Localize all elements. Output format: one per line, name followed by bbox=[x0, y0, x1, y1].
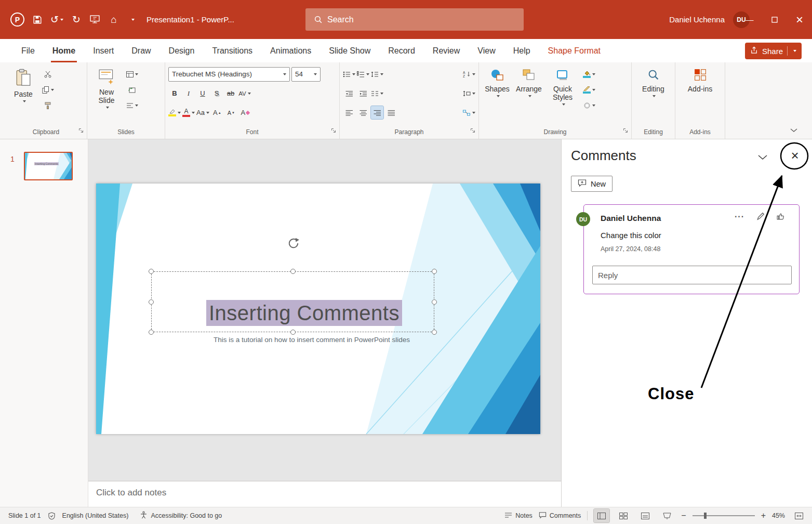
slide-layout-button[interactable] bbox=[126, 68, 138, 81]
paragraph-dialog-launcher[interactable] bbox=[470, 126, 476, 136]
grow-font-button[interactable]: A▲ bbox=[211, 106, 223, 119]
addins-button[interactable]: Add-ins bbox=[683, 64, 717, 125]
justify-button[interactable] bbox=[385, 106, 397, 119]
tab-record[interactable]: Record bbox=[379, 39, 424, 62]
text-shadow-button[interactable]: S bbox=[210, 87, 223, 100]
align-right-button[interactable] bbox=[371, 106, 383, 119]
comment-edit-icon[interactable] bbox=[756, 212, 765, 222]
zoom-in-button[interactable]: + bbox=[761, 511, 766, 520]
selection-handle-top-left[interactable] bbox=[149, 269, 154, 274]
sort-button[interactable]: AZ bbox=[463, 68, 475, 81]
strikethrough-button[interactable]: ab bbox=[224, 87, 237, 100]
notes-toggle-button[interactable]: Notes bbox=[504, 512, 533, 520]
slide-canvas[interactable]: Inserting Comments This is a tutorial on… bbox=[96, 184, 540, 434]
start-slideshow-icon[interactable] bbox=[89, 12, 101, 27]
tab-view[interactable]: View bbox=[469, 39, 504, 62]
rotate-handle[interactable] bbox=[287, 237, 300, 252]
maximize-button[interactable] bbox=[762, 0, 787, 39]
reply-input[interactable] bbox=[592, 266, 792, 284]
increase-indent-button[interactable] bbox=[357, 87, 369, 100]
save-icon[interactable] bbox=[32, 12, 43, 27]
normal-view-button[interactable] bbox=[594, 509, 609, 522]
shape-effects-button[interactable] bbox=[583, 99, 595, 112]
selection-handle-top-center[interactable] bbox=[290, 269, 296, 274]
undo-icon[interactable]: ↺ bbox=[50, 12, 63, 27]
selection-handle-bottom-right[interactable] bbox=[432, 330, 437, 335]
bullets-button[interactable] bbox=[343, 68, 355, 81]
tab-design[interactable]: Design bbox=[160, 39, 204, 62]
zoom-level[interactable]: 45% bbox=[772, 512, 785, 519]
language-indicator[interactable]: English (United States) bbox=[62, 512, 129, 519]
change-case-button[interactable]: Aa bbox=[196, 106, 209, 119]
minimize-button[interactable]: — bbox=[737, 0, 762, 39]
zoom-slider[interactable] bbox=[693, 515, 755, 516]
decrease-indent-button[interactable] bbox=[343, 87, 355, 100]
comment-more-options-icon[interactable]: ··· bbox=[735, 212, 744, 221]
search-bar[interactable]: Search bbox=[305, 8, 524, 31]
numbering-button[interactable] bbox=[357, 68, 369, 81]
tab-file[interactable]: File bbox=[12, 39, 44, 62]
zoom-out-button[interactable]: − bbox=[681, 511, 686, 520]
home-icon[interactable]: ⌂ bbox=[108, 12, 119, 27]
highlight-color-button[interactable] bbox=[168, 106, 181, 119]
tab-shape-format[interactable]: Shape Format bbox=[539, 39, 609, 62]
line-spacing-button[interactable] bbox=[371, 68, 383, 81]
comments-close-button[interactable]: × bbox=[788, 148, 802, 164]
customize-qat-chevron-icon[interactable] bbox=[127, 12, 138, 27]
drawing-dialog-launcher[interactable] bbox=[623, 126, 629, 136]
paste-button[interactable]: Paste bbox=[8, 64, 38, 125]
zoom-slider-thumb[interactable] bbox=[704, 513, 707, 519]
shape-outline-button[interactable] bbox=[583, 83, 595, 96]
new-comment-button[interactable]: New bbox=[571, 176, 613, 192]
tab-animations[interactable]: Animations bbox=[261, 39, 320, 62]
comments-toggle-button[interactable]: Comments bbox=[539, 512, 581, 520]
selection-handle-top-right[interactable] bbox=[432, 269, 437, 274]
font-dialog-launcher[interactable] bbox=[331, 126, 337, 136]
reset-slide-button[interactable] bbox=[126, 83, 138, 96]
tab-draw[interactable]: Draw bbox=[123, 39, 159, 62]
editing-button[interactable]: Editing bbox=[637, 64, 670, 125]
spellcheck-icon[interactable] bbox=[48, 512, 55, 520]
comment-card[interactable]: Daniel Uchenna ··· Change this color Apr… bbox=[583, 204, 800, 294]
selection-handle-bottom-left[interactable] bbox=[149, 330, 154, 335]
fit-slide-to-window-button[interactable] bbox=[791, 509, 807, 522]
tab-insert[interactable]: Insert bbox=[84, 39, 123, 62]
new-slide-button[interactable]: New Slide bbox=[90, 64, 123, 125]
selection-handle-middle-right[interactable] bbox=[432, 299, 437, 305]
collapse-ribbon-chevron[interactable] bbox=[790, 125, 797, 135]
shape-fill-button[interactable] bbox=[583, 68, 595, 81]
comment-like-icon[interactable] bbox=[776, 212, 785, 223]
align-text-button[interactable] bbox=[463, 87, 475, 100]
columns-button[interactable] bbox=[371, 87, 383, 100]
convert-to-smartart-button[interactable] bbox=[463, 106, 475, 119]
tab-slide-show[interactable]: Slide Show bbox=[320, 39, 379, 62]
notes-area[interactable]: Click to add notes bbox=[88, 481, 561, 507]
redo-icon[interactable]: ↻ bbox=[71, 12, 82, 27]
slide-sorter-view-button[interactable] bbox=[616, 509, 631, 522]
align-center-button[interactable] bbox=[357, 106, 369, 119]
close-window-button[interactable]: × bbox=[787, 0, 812, 39]
accessibility-checker[interactable]: Accessibility: Good to go bbox=[140, 511, 222, 520]
underline-button[interactable]: U bbox=[196, 87, 209, 100]
powerpoint-logo-icon[interactable]: P bbox=[10, 12, 24, 27]
font-size-combobox[interactable]: 54 bbox=[291, 67, 321, 82]
clear-formatting-button[interactable]: A bbox=[239, 106, 251, 119]
section-button[interactable] bbox=[126, 99, 138, 112]
tab-home[interactable]: Home bbox=[44, 39, 84, 62]
italic-button[interactable]: I bbox=[182, 87, 195, 100]
comments-collapse-chevron-icon[interactable] bbox=[758, 153, 767, 162]
bold-button[interactable]: B bbox=[168, 87, 181, 100]
align-left-button[interactable] bbox=[343, 106, 355, 119]
font-color-button[interactable]: A bbox=[182, 106, 195, 119]
share-button[interactable]: Share bbox=[745, 43, 802, 59]
slide-indicator[interactable]: Slide 1 of 1 bbox=[8, 512, 41, 519]
copy-button[interactable] bbox=[42, 83, 54, 96]
shrink-font-button[interactable]: A▼ bbox=[225, 106, 237, 119]
tab-help[interactable]: Help bbox=[504, 39, 539, 62]
slideshow-view-button[interactable] bbox=[659, 509, 675, 522]
selection-handle-middle-left[interactable] bbox=[149, 299, 154, 305]
tab-transitions[interactable]: Transitions bbox=[203, 39, 261, 62]
quick-styles-button[interactable]: Quick Styles bbox=[545, 64, 580, 125]
font-name-combobox[interactable]: Trebuchet MS (Headings) bbox=[168, 67, 290, 82]
clipboard-dialog-launcher[interactable] bbox=[78, 126, 84, 136]
